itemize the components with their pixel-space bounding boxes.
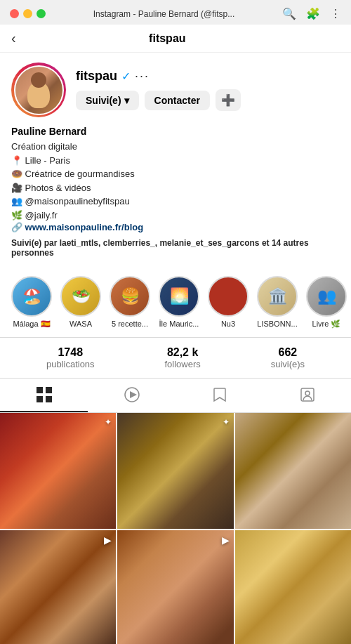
photo-cell[interactable] [235, 530, 351, 644]
following-count: 662 [278, 346, 297, 359]
bio-jaily[interactable]: 🌿 @jaily.fr [11, 209, 340, 223]
followers-label: followers [164, 359, 200, 369]
profile-info: fitspau ✓ ··· Suivi(e) ▾ Contacter ➕ [76, 69, 340, 111]
photo-grid: ✦ ✦ ▶ ▶ [0, 413, 351, 644]
bio-creator: 🍩 Créatrice de gourmandises [11, 167, 340, 181]
profile-buttons: Suivi(e) ▾ Contacter ➕ [76, 89, 340, 111]
svg-rect-3 [46, 396, 52, 402]
video-badge-icon: ▶ [222, 534, 230, 546]
menu-icon[interactable]: ⋮ [330, 7, 341, 20]
followed-by-names[interactable]: laeti_mtls, clemberries_, melanie_et_ses… [60, 238, 260, 248]
full-name: Pauline Bernard [11, 126, 340, 137]
nav-username: fitspau [16, 32, 319, 45]
profile-section: fitspau ✓ ··· Suivi(e) ▾ Contacter ➕ Pau… [0, 53, 351, 270]
bio-collab[interactable]: 👥 @maisonpaulinebyfitspau [11, 195, 340, 209]
story-lisbon[interactable]: 🏛️ LISBONN... [257, 276, 298, 329]
verified-icon: ✓ [121, 70, 131, 83]
svg-rect-1 [46, 387, 52, 393]
video-badge-icon: ▶ [104, 534, 112, 546]
tab-saved[interactable] [176, 379, 263, 412]
photo-cell[interactable] [235, 413, 351, 529]
profile-username: fitspau [76, 69, 117, 84]
close-dot[interactable] [10, 9, 19, 18]
window-controls [10, 9, 46, 18]
add-person-button[interactable]: ➕ [216, 89, 241, 111]
stats-bar: 1748 publications 82,2 k followers 662 s… [0, 338, 351, 379]
bio-section: Pauline Bernard Création digitale 📍 Lill… [11, 126, 340, 232]
stat-followers[interactable]: 82,2 k followers [164, 346, 200, 369]
follow-button[interactable]: Suivi(e) ▾ [76, 91, 139, 110]
photo-cell[interactable]: ✦ [0, 413, 116, 529]
svg-rect-2 [37, 396, 43, 402]
tab-tagged[interactable] [263, 379, 351, 412]
profile-name-row: fitspau ✓ ··· [76, 69, 340, 84]
avatar-wrapper[interactable] [11, 63, 66, 117]
photo-cell[interactable]: ✦ [117, 413, 233, 529]
tab-reels[interactable] [88, 379, 176, 412]
add-person-icon: ➕ [221, 94, 235, 106]
contact-button[interactable]: Contacter [145, 91, 210, 110]
story-label: Livre 🌿 [312, 320, 341, 329]
minimize-dot[interactable] [23, 9, 32, 18]
story-label: LISBONN... [257, 320, 297, 328]
avatar [14, 65, 64, 115]
tabs-bar [0, 379, 351, 413]
stories-row: 🏖️ Málaga 🇪🇸 🥗 WASA 🍔 5 recette... 🌅 Île… [0, 270, 351, 338]
stat-publications: 1748 publications [46, 346, 95, 369]
nav-bar: ‹ fitspau [0, 25, 351, 53]
extensions-icon[interactable]: 🧩 [306, 7, 320, 20]
photo-badge-icon: ✦ [223, 417, 230, 427]
maximize-dot[interactable] [37, 9, 46, 18]
story-label: Île Mauric... [159, 320, 199, 328]
more-options-button[interactable]: ··· [135, 69, 150, 84]
svg-point-7 [305, 391, 310, 395]
story-nu3[interactable]: Nu3 [208, 276, 249, 329]
story-recettes[interactable]: 🍔 5 recette... [110, 276, 150, 329]
back-button[interactable]: ‹ [11, 30, 16, 46]
photo-badge-icon: ✦ [105, 417, 112, 427]
story-ile-maurice[interactable]: 🌅 Île Mauric... [159, 276, 199, 329]
browser-icons: 🔍 🧩 ⋮ [282, 7, 341, 20]
profile-top: fitspau ✓ ··· Suivi(e) ▾ Contacter ➕ [11, 63, 340, 117]
story-label: 5 recette... [112, 320, 148, 328]
followers-count: 82,2 k [167, 346, 198, 359]
story-malaga[interactable]: 🏖️ Málaga 🇪🇸 [11, 276, 52, 329]
following-label: suivi(e)s [271, 359, 305, 369]
svg-marker-5 [130, 391, 137, 398]
story-wasa[interactable]: 🥗 WASA [60, 276, 101, 329]
publications-count: 1748 [58, 346, 83, 359]
bio-media: 🎥 Photos & vidéos [11, 181, 340, 195]
story-label: WASA [69, 320, 92, 328]
photo-cell[interactable]: ▶ [0, 530, 116, 644]
title-bar: Instagram - Pauline Bernard (@fitsp... 🔍… [0, 0, 351, 25]
followed-by-prefix: Suivi(e) par [11, 238, 60, 248]
avatar-image [15, 67, 62, 114]
search-icon[interactable]: 🔍 [282, 7, 296, 20]
bio-creation: Création digitale [11, 140, 340, 154]
followed-by: Suivi(e) par laeti_mtls, clemberries_, m… [11, 238, 340, 258]
publications-label: publications [46, 359, 95, 369]
avatar-ring [11, 63, 66, 117]
story-label: Nu3 [221, 320, 235, 328]
story-label: Málaga 🇪🇸 [13, 320, 50, 329]
window-title: Instagram - Pauline Bernard (@fitsp... [46, 9, 282, 19]
svg-rect-0 [37, 387, 43, 393]
bio-link[interactable]: 🔗 www.maisonpauline.fr/blog [11, 222, 340, 232]
photo-cell[interactable]: ▶ [117, 530, 233, 644]
bio-location: 📍 Lille - Paris [11, 154, 340, 168]
story-livre[interactable]: 👥 Livre 🌿 [306, 276, 347, 329]
tab-grid[interactable] [0, 379, 88, 412]
stat-following[interactable]: 662 suivi(e)s [271, 346, 305, 369]
